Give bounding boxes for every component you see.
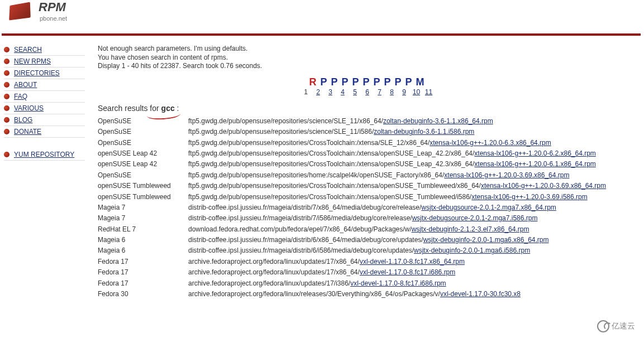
search-label-post: : [175,104,179,113]
path-cell: distrib-coffee.ipsl.jussieu.fr/mageia/di… [188,213,637,224]
path-cell: archive.fedoraproject.org/fedora/linux/u… [188,267,637,278]
nav-item-faq[interactable]: FAQ [4,91,85,103]
pager-page-8[interactable]: 8 [388,88,397,96]
pager-page-6[interactable]: 6 [363,88,372,96]
nav-item-about[interactable]: ABOUT [4,79,85,91]
header: RPM pbone.net [0,0,642,33]
path-cell: distrib-coffee.ipsl.jussieu.fr/mageia/di… [188,245,637,256]
distro-cell: Fedora 17 [98,257,188,267]
rpm-link[interactable]: wsjtx-debugsource-2.0.1-2.mga7.x86_64.rp… [421,204,556,211]
distro-cell: OpenSuSE [98,116,188,127]
logo[interactable]: RPM pbone.net [0,0,642,22]
rpm-link[interactable]: wsjtx-debugsource-2.0.1-2.mga7.i586.rpm [412,214,538,222]
nav-bullet-icon [4,70,9,76]
nav-label: YUM REPOSITORY [14,151,74,158]
pager-page-5[interactable]: 5 [351,88,360,96]
rpm-link[interactable]: vxl-devel-1.17.0-8.fc17.x86_64.rpm [360,258,465,265]
pager-page-11[interactable]: 11 [424,88,433,96]
nav-bullet-icon [4,47,9,52]
path-text: distrib-coffee.ipsl.jussieu.fr/mageia/di… [188,204,421,211]
pager: RPPPPPPPPPM 1234567891011 [98,76,637,96]
rpm-link[interactable]: vxl-devel-1.17.0-8.fc17.i686.rpm [360,268,455,276]
path-text: distrib-coffee.ipsl.jussieu.fr/mageia/di… [188,214,412,222]
msg-line3: Display 1 - 40 hits of 22387. Search too… [98,62,262,70]
nav-label: DIRECTORIES [14,69,60,77]
distro-cell: openSUSE Leap 42 [98,159,188,170]
nav-item-directories[interactable]: DIRECTORIES [4,67,85,79]
nav-item-donate[interactable]: DONATE [4,126,85,138]
table-row: Fedora 17archive.fedoraproject.org/fedor… [98,267,637,278]
pager-letter: P [395,76,406,88]
rpm-link[interactable]: xtensa-lx106-g++-1.20.0-3.69.x86_64.rpm [481,182,606,190]
distro-cell: OpenSuSE [98,138,188,148]
table-row: Mageia 6distrib-coffee.ipsl.jussieu.fr/m… [98,235,637,245]
path-cell: download.fedora.redhat.com/pub/fedora/ep… [188,224,637,235]
pager-page-7[interactable]: 7 [375,88,384,96]
pager-page-9[interactable]: 9 [400,88,409,96]
logo-icon [8,0,35,22]
nav-bullet-icon [4,117,9,123]
pager-page-10[interactable]: 10 [412,88,421,96]
content: Not enough search parameters. I'm using … [88,36,642,305]
nav-item-search[interactable]: SEARCH [4,44,85,56]
path-cell: ftp5.gwdg.de/pub/opensuse/repositories/s… [188,127,637,137]
table-row: Fedora 17archive.fedoraproject.org/fedor… [98,257,637,267]
path-cell: ftp5.gwdg.de/pub/opensuse/repositories/C… [188,138,637,148]
nav-bullet-icon [4,105,9,111]
search-results-title: Search results for gcc : [98,104,637,113]
table-row: RedHat EL 7download.fedora.redhat.com/pu… [98,224,637,235]
nav-item-yum-repository[interactable]: YUM REPOSITORY [4,149,85,161]
pager-letter: P [384,76,395,88]
table-row: Mageia 6distrib-coffee.ipsl.jussieu.fr/m… [98,245,637,256]
path-text: archive.fedoraproject.org/fedora/linux/r… [188,290,440,298]
nav-bullet-icon [4,82,9,88]
nav-label: SEARCH [14,46,42,54]
rpm-link[interactable]: xtensa-lx106-g++-1.20.0-3.69.i586.rpm [471,193,587,201]
pager-letter: P [320,76,331,88]
search-term: gcc [161,104,175,113]
nav-bullet-icon [4,152,9,157]
rpm-link[interactable]: zoltan-debuginfo-3.6-1.1.i586.rpm [374,128,474,136]
pager-letter: P [341,76,352,88]
rpm-link[interactable]: wsjtx-debuginfo-2.0.0-1.mga6.x86_64.rpm [423,236,549,244]
rpm-link[interactable]: xtensa-lx106-g++-1.20.0-6.3.x86_64.rpm [430,139,551,147]
nav-item-blog[interactable]: BLOG [4,114,85,126]
rpm-link[interactable]: zoltan-debuginfo-3.6-1.1.x86_64.rpm [383,117,493,125]
rpm-link[interactable]: wsjtx-debuginfo-2.1.2-3.el7.x86_64.rpm [412,225,529,233]
rpm-link[interactable]: xtensa-lx106-g++-1.20.0-3.69.x86_64.rpm [444,171,569,179]
distro-cell: Fedora 17 [98,267,188,278]
path-cell: ftp5.gwdg.de/pub/opensuse/repositories/s… [188,116,637,127]
path-text: download.fedora.redhat.com/pub/fedora/ep… [188,225,412,233]
distro-cell: openSUSE Leap 42 [98,148,188,159]
table-row: OpenSuSEftp5.gwdg.de/pub/opensuse/reposi… [98,116,637,127]
path-cell: distrib-coffee.ipsl.jussieu.fr/mageia/di… [188,202,637,213]
table-row: OpenSuSEftp5.gwdg.de/pub/opensuse/reposi… [98,127,637,137]
rpm-link[interactable]: vxl-devel-1.17.0-30.fc30.x8 [440,290,521,298]
pager-page-2[interactable]: 2 [314,88,323,96]
pager-page-4[interactable]: 4 [338,88,347,96]
path-text: ftp5.gwdg.de/pub/opensuse/repositories/s… [188,128,374,136]
table-row: openSUSE Tumbleweedftp5.gwdg.de/pub/open… [98,181,637,191]
msg-line2: You have chosen search in content of rpm… [98,54,228,61]
nav-item-various[interactable]: VARIOUS [4,103,85,114]
pager-letter: M [416,76,428,88]
path-cell: ftp5.gwdg.de/pub/opensuse/repositories/h… [188,170,637,181]
rpm-link[interactable]: wsjtx-debuginfo-2.0.0-1.mga6.i586.rpm [414,247,530,254]
rpm-link[interactable]: xtensa-lx106-g++-1.20.0-6.2.x86_64.rpm [474,149,595,157]
pager-page-3[interactable]: 3 [326,88,335,96]
nav-label: DONATE [14,128,41,136]
rpm-link[interactable]: vxl-devel-1.17.0-8.fc17.i686.rpm [350,279,446,287]
distro-cell: OpenSuSE [98,170,188,181]
nav-item-new-rpms[interactable]: NEW RPMS [4,56,85,67]
sidebar: SEARCHNEW RPMSDIRECTORIESABOUTFAQVARIOUS… [0,36,88,161]
msg-line1: Not enough search parameters. I'm using … [98,45,247,52]
pager-letters: RPPPPPPPPPM [101,76,637,88]
nav-label: NEW RPMS [14,57,51,65]
logo-sub-text: pbone.net [40,15,67,22]
rpm-link[interactable]: xtensa-lx106-g++-1.20.0-6.1.x86_64.rpm [474,160,595,168]
distro-cell: RedHat EL 7 [98,224,188,235]
path-cell: archive.fedoraproject.org/fedora/linux/u… [188,257,637,267]
table-row: Fedora 30archive.fedoraproject.org/fedor… [98,289,637,300]
path-cell: ftp5.gwdg.de/pub/opensuse/repositories/C… [188,192,637,202]
distro-cell: Mageia 6 [98,235,188,245]
